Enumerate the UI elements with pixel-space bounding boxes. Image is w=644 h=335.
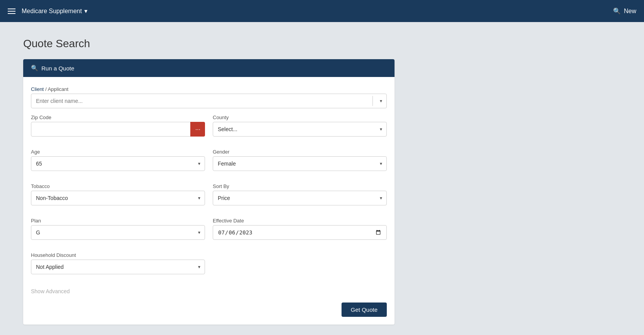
zip-group: Zip Code ⋯ xyxy=(31,115,205,137)
zip-input-wrapper: ⋯ xyxy=(31,122,205,137)
zip-lookup-button[interactable]: ⋯ xyxy=(190,122,205,137)
zip-county-row: Zip Code ⋯ County Select... ▾ xyxy=(31,115,387,143)
zip-label: Zip Code xyxy=(31,115,205,120)
plan-select-wrapper: G F N A B C D K L M ▾ xyxy=(31,225,205,240)
client-input[interactable] xyxy=(31,94,387,108)
age-select[interactable]: 65 66 67 68 69 70 xyxy=(31,156,205,171)
sort-by-label: Sort By xyxy=(213,183,387,189)
show-advanced-button[interactable]: Show Advanced xyxy=(31,288,70,294)
household-row: Household Discount Not Applied Applied ▾ xyxy=(31,252,387,280)
client-label: Client / Applicant xyxy=(31,86,387,92)
tobacco-group: Tobacco Non-Tobacco Tobacco ▾ xyxy=(31,183,205,205)
get-quote-button[interactable]: Get Quote xyxy=(342,303,387,317)
plan-label: Plan xyxy=(31,218,205,224)
client-divider xyxy=(372,96,373,106)
plan-date-row: Plan G F N A B C D K L M xyxy=(31,218,387,246)
effective-date-group: Effective Date xyxy=(213,218,387,240)
tobacco-sortby-row: Tobacco Non-Tobacco Tobacco ▾ Sort By Pr… xyxy=(31,183,387,212)
card-header: 🔍 Run a Quote xyxy=(23,59,395,77)
main-content: Quote Search 🔍 Run a Quote Client / Appl… xyxy=(0,22,644,335)
client-input-wrapper: ▾ xyxy=(31,94,387,108)
plan-group: Plan G F N A B C D K L M xyxy=(31,218,205,240)
county-select[interactable]: Select... xyxy=(213,122,387,137)
card-header-label: Run a Quote xyxy=(41,65,74,72)
sort-by-select-wrapper: Price Company Name ▾ xyxy=(213,191,387,205)
effective-date-input[interactable] xyxy=(213,225,387,240)
run-quote-search-icon: 🔍 xyxy=(31,65,38,72)
nav-chevron-icon: ▾ xyxy=(84,7,87,15)
age-select-wrapper: 65 66 67 68 69 70 ▾ xyxy=(31,156,205,171)
tobacco-select-wrapper: Non-Tobacco Tobacco ▾ xyxy=(31,191,205,205)
gender-group: Gender Female Male ▾ xyxy=(213,149,387,171)
gender-select-wrapper: Female Male ▾ xyxy=(213,156,387,171)
age-label: Age xyxy=(31,149,205,155)
new-label: New xyxy=(624,8,636,15)
county-group: County Select... ▾ xyxy=(213,115,387,137)
county-select-wrapper: Select... ▾ xyxy=(213,122,387,137)
tobacco-select[interactable]: Non-Tobacco Tobacco xyxy=(31,191,205,205)
form-footer: Get Quote xyxy=(31,303,387,317)
county-label: County xyxy=(213,115,387,120)
household-label: Household Discount xyxy=(31,252,205,258)
client-group: Client / Applicant ▾ xyxy=(31,86,387,108)
household-select[interactable]: Not Applied Applied xyxy=(31,260,205,274)
hamburger-menu[interactable] xyxy=(8,9,15,14)
nav-title[interactable]: Medicare Supplement ▾ xyxy=(22,7,87,15)
nav-title-text: Medicare Supplement xyxy=(22,8,82,15)
nav-left: Medicare Supplement ▾ xyxy=(8,7,87,15)
gender-select[interactable]: Female Male xyxy=(213,156,387,171)
age-group: Age 65 66 67 68 69 70 ▾ xyxy=(31,149,205,171)
page-title: Quote Search xyxy=(23,38,621,50)
zip-lookup-icon: ⋯ xyxy=(195,126,200,132)
zip-input[interactable] xyxy=(31,122,205,137)
sort-by-select[interactable]: Price Company Name xyxy=(213,191,387,205)
search-icon: 🔍 xyxy=(613,7,621,15)
household-select-wrapper: Not Applied Applied ▾ xyxy=(31,260,205,274)
plan-select[interactable]: G F N A B C D K L M xyxy=(31,225,205,240)
quote-search-card: 🔍 Run a Quote Client / Applicant ▾ Zip xyxy=(23,59,395,325)
card-body: Client / Applicant ▾ Zip Code ⋯ xyxy=(23,77,395,325)
household-group: Household Discount Not Applied Applied ▾ xyxy=(31,252,205,274)
gender-label: Gender xyxy=(213,149,387,155)
age-gender-row: Age 65 66 67 68 69 70 ▾ Gend xyxy=(31,149,387,177)
nav-new-button[interactable]: 🔍 New xyxy=(613,7,636,15)
sort-by-group: Sort By Price Company Name ▾ xyxy=(213,183,387,205)
tobacco-label: Tobacco xyxy=(31,183,205,189)
effective-date-label: Effective Date xyxy=(213,218,387,224)
top-nav: Medicare Supplement ▾ 🔍 New xyxy=(0,0,644,22)
